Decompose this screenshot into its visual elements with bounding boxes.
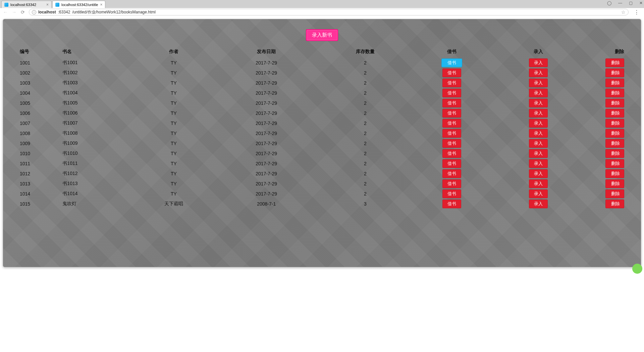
delete-button-cell: 删除	[582, 148, 631, 159]
cell-date: 2017-7-29	[211, 78, 322, 88]
nav-bar: ← → ⟳ i localhost:63342/untitled/作业/home…	[0, 8, 644, 16]
delete-button[interactable]: 删除	[605, 89, 624, 97]
cell-name: 书1009	[62, 138, 137, 148]
enter-button[interactable]: 录入	[529, 89, 548, 97]
tab-bar: localhost:63342 × localhost:63342/untitl…	[0, 0, 644, 8]
enter-button[interactable]: 录入	[529, 189, 548, 198]
table-row: 1005书1005TY2017-7-292借书录入删除	[13, 98, 631, 108]
url-path: /untitled/作业/homeWork12/booksManage.html	[72, 9, 156, 15]
enter-button[interactable]: 录入	[529, 58, 548, 67]
delete-button[interactable]: 删除	[605, 159, 624, 168]
cell-author: TY	[137, 189, 211, 199]
delete-button[interactable]: 删除	[605, 58, 624, 67]
user-icon[interactable]: ◯	[607, 1, 611, 5]
close-tab-icon[interactable]: ×	[46, 2, 49, 7]
borrow-button-cell: 借书	[409, 58, 495, 68]
borrow-button[interactable]: 借书	[442, 179, 461, 188]
enter-button[interactable]: 录入	[529, 200, 548, 208]
close-window-icon[interactable]: ✕	[639, 1, 643, 5]
cell-stock: 2	[322, 159, 409, 169]
delete-button[interactable]: 删除	[605, 169, 624, 178]
enter-button[interactable]: 录入	[529, 139, 548, 148]
cell-author: TY	[137, 179, 211, 189]
delete-button[interactable]: 删除	[605, 109, 624, 118]
cell-name: 鬼吹灯	[62, 199, 137, 209]
borrow-button[interactable]: 借书	[442, 89, 461, 97]
borrow-button[interactable]: 借书	[442, 79, 461, 87]
close-tab-icon[interactable]: ×	[100, 2, 102, 7]
favicon-icon	[55, 3, 59, 7]
borrow-button-cell: 借书	[409, 159, 495, 169]
delete-button[interactable]: 删除	[605, 79, 624, 87]
enter-button[interactable]: 录入	[529, 129, 548, 138]
borrow-button-cell: 借书	[409, 88, 495, 98]
delete-button[interactable]: 删除	[605, 149, 624, 158]
borrow-button[interactable]: 借书	[442, 139, 461, 148]
enter-button[interactable]: 录入	[529, 79, 548, 87]
delete-button[interactable]: 删除	[605, 69, 624, 77]
delete-button[interactable]: 删除	[605, 119, 624, 128]
borrow-button[interactable]: 借书	[442, 129, 461, 138]
borrow-button[interactable]: 借书	[442, 99, 461, 107]
delete-button-cell: 删除	[582, 159, 631, 169]
enter-button-cell: 录入	[495, 88, 582, 98]
bookmark-star-icon[interactable]: ☆	[621, 9, 626, 15]
browser-tab[interactable]: localhost:63342/untitle ×	[52, 1, 105, 8]
enter-button[interactable]: 录入	[529, 109, 548, 118]
cell-author: TY	[137, 88, 211, 98]
cell-name: 书1005	[62, 98, 137, 108]
cell-author: TY	[137, 148, 211, 159]
reload-icon[interactable]: ⟳	[20, 9, 25, 15]
borrow-button[interactable]: 借书	[442, 109, 461, 118]
borrow-button[interactable]: 借书	[441, 58, 462, 67]
delete-button[interactable]: 删除	[605, 200, 624, 208]
delete-button-cell: 删除	[582, 108, 631, 118]
cell-stock: 2	[322, 118, 409, 128]
forward-icon[interactable]: →	[11, 9, 17, 15]
borrow-button[interactable]: 借书	[442, 159, 461, 168]
borrow-button[interactable]: 借书	[442, 169, 461, 178]
delete-button[interactable]: 删除	[605, 189, 624, 198]
borrow-button[interactable]: 借书	[442, 189, 461, 198]
cell-author: TY	[137, 78, 211, 88]
cell-id: 1009	[13, 138, 62, 148]
delete-button[interactable]: 删除	[605, 179, 624, 188]
cell-date: 2017-7-29	[211, 108, 322, 118]
cell-author: TY	[137, 98, 211, 108]
enter-button[interactable]: 录入	[529, 69, 548, 77]
borrow-button-cell: 借书	[409, 118, 495, 128]
enter-button[interactable]: 录入	[529, 159, 548, 168]
delete-button-cell: 删除	[582, 179, 631, 189]
enter-button[interactable]: 录入	[529, 149, 548, 158]
address-bar[interactable]: i localhost:63342/untitled/作业/homeWork12…	[29, 9, 629, 15]
header-date: 发布日期	[211, 48, 322, 58]
borrow-button[interactable]: 借书	[442, 149, 461, 158]
cell-author: TY	[137, 169, 211, 179]
enter-button-cell: 录入	[495, 118, 582, 128]
enter-button[interactable]: 录入	[529, 169, 548, 178]
header-name: 书名	[62, 48, 137, 58]
enter-button-cell: 录入	[495, 179, 582, 189]
header-id: 编号	[13, 48, 62, 58]
maximize-icon[interactable]: ▢	[629, 1, 633, 5]
borrow-button[interactable]: 借书	[442, 119, 461, 128]
enter-button[interactable]: 录入	[529, 119, 548, 128]
delete-button[interactable]: 删除	[605, 99, 624, 107]
delete-button[interactable]: 删除	[605, 139, 624, 148]
borrow-button[interactable]: 借书	[442, 200, 461, 208]
table-row: 1007书1007TY2017-7-292借书录入删除	[13, 118, 631, 128]
browser-menu-icon[interactable]: ⋮	[632, 9, 641, 15]
back-icon[interactable]: ←	[3, 9, 8, 15]
delete-button[interactable]: 删除	[605, 129, 624, 138]
enter-button[interactable]: 录入	[529, 179, 548, 188]
add-book-button[interactable]: 录入新书	[306, 29, 338, 41]
table-row: 1009书1009TY2017-7-292借书录入删除	[13, 138, 631, 148]
enter-button[interactable]: 录入	[529, 99, 548, 107]
floating-action-button[interactable]	[632, 264, 642, 274]
table-row: 1010书1010TY2017-7-292借书录入删除	[13, 148, 631, 159]
browser-tab[interactable]: localhost:63342 ×	[1, 1, 52, 8]
site-info-icon[interactable]: i	[32, 10, 36, 14]
cell-name: 书1003	[62, 78, 137, 88]
minimize-icon[interactable]: —	[618, 1, 622, 5]
borrow-button[interactable]: 借书	[442, 69, 461, 77]
